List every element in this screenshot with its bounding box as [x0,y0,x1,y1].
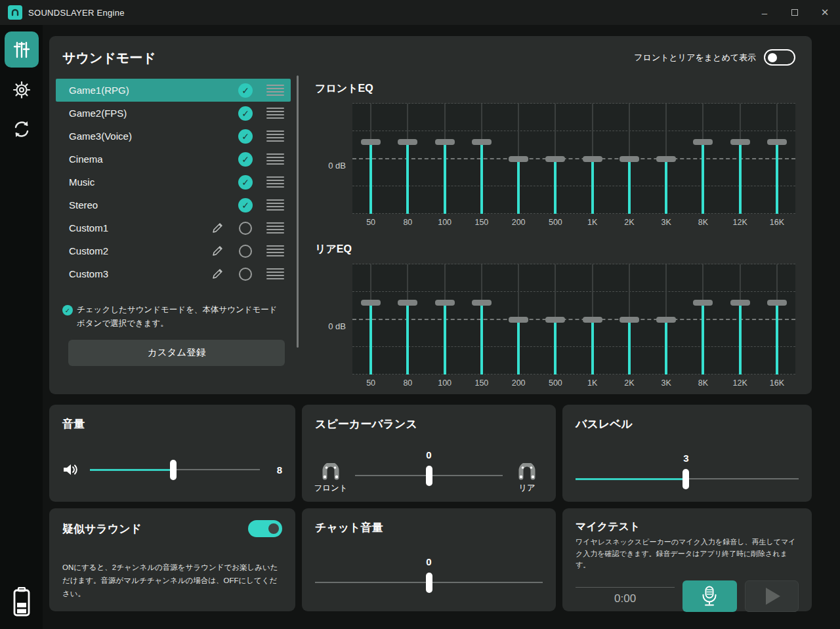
drag-handle-icon[interactable] [266,199,284,211]
front-eq-band-slider[interactable] [463,104,500,214]
eq-band-handle[interactable] [509,317,528,323]
front-eq-band-slider[interactable] [352,104,389,214]
rear-eq-band-slider[interactable] [427,264,463,375]
rear-eq-band-slider[interactable] [611,264,648,375]
eq-band-handle[interactable] [730,139,750,145]
toggle-off-icon[interactable] [764,49,795,66]
eq-band-handle[interactable] [620,156,639,162]
drag-handle-icon[interactable] [266,85,284,96]
maximize-button[interactable] [780,0,810,25]
chat-slider-handle[interactable] [426,573,432,593]
eq-band-handle[interactable] [620,317,639,323]
front-eq-band-slider[interactable] [722,104,759,214]
mode-checked-icon[interactable]: ✓ [238,152,253,167]
sound-mode-row[interactable]: Custom3 [56,262,291,285]
custom-register-button[interactable]: カスタム登録 [68,340,285,366]
sound-mode-row[interactable]: Stereo✓ [56,193,291,216]
volume-slider-handle[interactable] [170,460,177,480]
front-eq-band-slider[interactable] [611,104,648,214]
drag-handle-icon[interactable] [266,131,284,142]
rear-eq-band-slider[interactable] [574,264,611,375]
eq-band-handle[interactable] [545,156,565,162]
eq-band-handle[interactable] [767,139,787,145]
eq-band-handle[interactable] [472,139,492,145]
eq-band-handle[interactable] [509,156,528,162]
front-eq-band-slider[interactable] [648,104,684,214]
drag-handle-icon[interactable] [266,108,284,119]
sound-mode-row[interactable]: Custom1 [56,216,291,239]
front-eq-band-slider[interactable] [759,104,795,214]
front-eq-band-slider[interactable] [500,104,537,214]
surround-toggle-on[interactable] [248,520,282,537]
close-button[interactable]: ✕ [810,0,840,25]
front-eq-band-slider[interactable] [684,104,721,214]
eq-band-handle[interactable] [656,317,676,323]
sound-mode-title: サウンドモード [62,49,299,67]
mode-checked-icon[interactable]: ✓ [238,198,253,213]
eq-band-handle[interactable] [361,300,381,306]
rear-eq-band-slider[interactable] [500,264,537,375]
drag-handle-icon[interactable] [266,268,284,279]
chat-volume-slider[interactable]: 0 [315,572,543,593]
sidebar-item-equalizer[interactable] [5,31,39,68]
eq-band-handle[interactable] [656,156,676,162]
eq-band-handle[interactable] [767,300,787,306]
eq-band-handle[interactable] [435,139,455,145]
eq-band-handle[interactable] [398,139,417,145]
mode-checked-icon[interactable]: ✓ [238,129,253,144]
record-button[interactable] [682,580,736,612]
sound-mode-row[interactable]: Game3(Voice)✓ [56,125,291,148]
play-button[interactable] [745,580,799,612]
edit-pencil-icon[interactable] [211,268,224,281]
sound-mode-row[interactable]: Custom2 [56,239,291,262]
drag-handle-icon[interactable] [266,245,284,256]
rear-eq-band-slider[interactable] [759,264,795,375]
eq-band-fill [776,142,778,214]
rear-eq-band-slider[interactable] [648,264,684,375]
eq-band-handle[interactable] [472,300,492,306]
drag-handle-icon[interactable] [266,222,284,233]
edit-pencil-icon[interactable] [211,245,224,258]
sound-mode-row[interactable]: Cinema✓ [56,148,291,171]
front-rear-display-toggle[interactable]: フロントとリアをまとめて表示 [634,49,795,66]
sound-mode-row[interactable]: Game2(FPS)✓ [56,102,291,125]
eq-band-handle[interactable] [398,300,417,306]
mode-unchecked-circle[interactable] [239,245,252,258]
rear-eq-band-slider[interactable] [352,264,389,375]
minimize-button[interactable]: – [749,0,780,25]
front-eq-band-slider[interactable] [574,104,611,214]
eq-band-handle[interactable] [583,156,602,162]
mode-unchecked-circle[interactable] [239,222,252,235]
volume-slider[interactable] [90,459,260,480]
sidebar-item-settings[interactable] [5,73,39,107]
balance-slider[interactable]: 0 [355,465,503,486]
sound-mode-row[interactable]: Music✓ [56,171,291,193]
eq-band-handle[interactable] [435,300,455,306]
bass-slider[interactable]: 3 [576,468,799,489]
front-eq-band-slider[interactable] [389,104,426,214]
sound-mode-row[interactable]: Game1(RPG)✓ [56,79,291,102]
drag-handle-icon[interactable] [266,176,284,188]
mode-checked-icon[interactable]: ✓ [238,106,253,121]
front-eq-band-slider[interactable] [537,104,574,214]
eq-band-handle[interactable] [730,300,750,306]
bass-slider-handle[interactable] [682,469,689,489]
rear-eq-band-slider[interactable] [722,264,759,375]
mode-unchecked-circle[interactable] [239,268,252,281]
drag-handle-icon[interactable] [266,153,284,165]
rear-eq-band-slider[interactable] [463,264,500,375]
rear-eq-band-slider[interactable] [684,264,721,375]
eq-band-handle[interactable] [545,317,565,323]
rear-eq-band-slider[interactable] [389,264,426,375]
eq-band-handle[interactable] [583,317,602,323]
balance-slider-handle[interactable] [426,466,432,486]
sidebar-item-sync[interactable] [5,112,39,146]
edit-pencil-icon[interactable] [211,222,224,235]
front-eq-band-slider[interactable] [427,104,463,214]
eq-band-handle[interactable] [693,139,713,145]
mode-checked-icon[interactable]: ✓ [238,83,253,98]
rear-eq-band-slider[interactable] [537,264,574,375]
eq-band-handle[interactable] [693,300,713,306]
mode-checked-icon[interactable]: ✓ [238,175,253,190]
eq-band-handle[interactable] [361,139,381,145]
